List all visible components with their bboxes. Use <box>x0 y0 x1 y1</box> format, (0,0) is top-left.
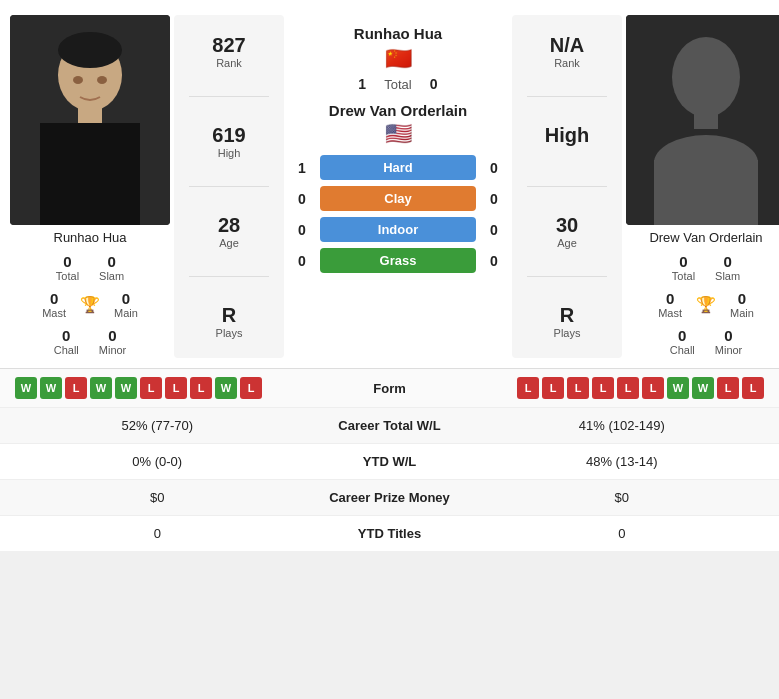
right-mast-stat: 0 Mast <box>658 288 682 321</box>
form-badges-right: LLLLLLWWLL <box>450 377 765 399</box>
clay-row: 0 Clay 0 <box>288 186 508 211</box>
total-right: 0 <box>420 76 448 92</box>
grass-left: 0 <box>288 253 316 269</box>
stats-row: $0 Career Prize Money $0 <box>0 480 779 516</box>
right-rank-box: N/A Rank <box>517 34 617 69</box>
svg-rect-3 <box>78 105 102 125</box>
stat-center-1: YTD W/L <box>300 454 480 469</box>
total-score-row: 1 Total 0 <box>288 76 508 92</box>
indoor-row: 0 Indoor 0 <box>288 217 508 242</box>
grass-right: 0 <box>480 253 508 269</box>
form-badge-left: L <box>190 377 212 399</box>
left-player-col: Runhao Hua 0 Total 0 Slam 0 Mast 🏆 <box>10 15 170 358</box>
stat-right-3: 0 <box>480 526 765 541</box>
left-minor-label: Minor <box>99 344 127 356</box>
indoor-btn: Indoor <box>320 217 476 242</box>
right-mast-value: 0 <box>666 290 674 307</box>
left-minor-value: 0 <box>108 327 116 344</box>
stat-left-0: 52% (77-70) <box>15 418 300 433</box>
right-mast-label: Mast <box>658 307 682 319</box>
right-stats-row3: 0 Chall 0 Minor <box>670 325 743 358</box>
hard-left: 1 <box>288 160 316 176</box>
form-badge-right: L <box>517 377 539 399</box>
form-badge-left: W <box>115 377 137 399</box>
form-badge-right: L <box>542 377 564 399</box>
form-badge-left: W <box>215 377 237 399</box>
left-stats-row2: 0 Mast 🏆 0 Main <box>42 288 138 321</box>
right-player-name-below: Drew Van Orderlain <box>649 230 762 245</box>
form-badge-left: W <box>90 377 112 399</box>
trophy-icon-left: 🏆 <box>80 295 100 314</box>
svg-rect-9 <box>694 111 718 129</box>
svg-rect-11 <box>654 160 758 225</box>
right-player-col: Drew Van Orderlain 0 Total 0 Slam 0 Mast <box>626 15 779 358</box>
left-main-value: 0 <box>122 290 130 307</box>
left-plays-label: Plays <box>179 327 279 339</box>
hard-row: 1 Hard 0 <box>288 155 508 180</box>
left-name-center: Runhao Hua <box>354 25 442 42</box>
left-chall-value: 0 <box>62 327 70 344</box>
indoor-right: 0 <box>480 222 508 238</box>
stat-right-0: 41% (102-149) <box>480 418 765 433</box>
form-badge-right: W <box>692 377 714 399</box>
clay-btn: Clay <box>320 186 476 211</box>
left-mast-value: 0 <box>50 290 58 307</box>
svg-rect-4 <box>40 123 140 225</box>
left-mast-stat: 0 Mast <box>42 288 66 321</box>
form-badge-right: L <box>717 377 739 399</box>
trophy-center-right: 🏆 <box>696 288 716 321</box>
left-stats-row3: 0 Chall 0 Minor <box>54 325 127 358</box>
right-chall-value: 0 <box>678 327 686 344</box>
right-stats-row2: 0 Mast 🏆 0 Main <box>658 288 754 321</box>
form-badge-left: W <box>15 377 37 399</box>
left-main-label: Main <box>114 307 138 319</box>
stats-row: 0% (0-0) YTD W/L 48% (13-14) <box>0 444 779 480</box>
svg-point-8 <box>672 37 740 117</box>
grass-row: 0 Grass 0 <box>288 248 508 273</box>
form-badge-left: L <box>240 377 262 399</box>
left-rank-panel: 827 Rank 619 High 28 Age R Plays <box>174 15 284 358</box>
right-minor-label: Minor <box>715 344 743 356</box>
form-badge-right: W <box>667 377 689 399</box>
stats-row: 0 YTD Titles 0 <box>0 516 779 551</box>
left-slam-value: 0 <box>107 253 115 270</box>
left-high-value: 619 <box>179 124 279 147</box>
right-main-value: 0 <box>738 290 746 307</box>
right-stats-row1: 0 Total 0 Slam <box>672 251 740 284</box>
stat-left-1: 0% (0-0) <box>15 454 300 469</box>
right-slam-stat: 0 Slam <box>715 251 740 284</box>
stat-right-1: 48% (13-14) <box>480 454 765 469</box>
left-total-stat: 0 Total <box>56 251 79 284</box>
right-high-value: High <box>517 124 617 147</box>
stat-center-0: Career Total W/L <box>300 418 480 433</box>
stats-rows-container: 52% (77-70) Career Total W/L 41% (102-14… <box>0 408 779 551</box>
left-rank-label: Rank <box>179 57 279 69</box>
left-mast-label: Mast <box>42 307 66 319</box>
right-name-center: Drew Van Orderlain <box>329 102 467 119</box>
right-main-label: Main <box>730 307 754 319</box>
stat-left-3: 0 <box>15 526 300 541</box>
left-player-image <box>10 15 170 225</box>
indoor-left: 0 <box>288 222 316 238</box>
right-slam-label: Slam <box>715 270 740 282</box>
svg-point-2 <box>58 32 122 68</box>
total-left: 1 <box>348 76 376 92</box>
right-high-label <box>517 147 617 159</box>
right-age-label: Age <box>517 237 617 249</box>
left-plays-box: R Plays <box>179 304 279 339</box>
bottom-section: WWLWWLLLWL Form LLLLLLWWLL 52% (77-70) C… <box>0 368 779 551</box>
right-rank-label: Rank <box>517 57 617 69</box>
left-minor-stat: 0 Minor <box>99 325 127 358</box>
left-main-stat: 0 Main <box>114 288 138 321</box>
left-age-box: 28 Age <box>179 214 279 249</box>
right-chall-stat: 0 Chall <box>670 325 695 358</box>
clay-right: 0 <box>480 191 508 207</box>
right-player-image <box>626 15 779 225</box>
total-label: Total <box>384 77 411 92</box>
left-age-value: 28 <box>179 214 279 237</box>
form-row: WWLWWLLLWL Form LLLLLLWWLL <box>0 369 779 408</box>
left-rank-value: 827 <box>179 34 279 57</box>
grass-btn: Grass <box>320 248 476 273</box>
form-badge-right: L <box>642 377 664 399</box>
right-high-box: High <box>517 124 617 159</box>
